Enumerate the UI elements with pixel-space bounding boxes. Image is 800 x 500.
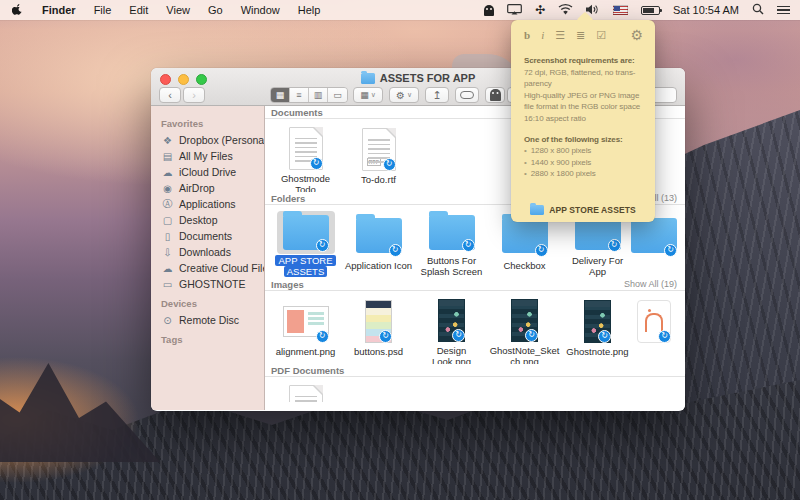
column-view-button[interactable]: ▥	[309, 88, 328, 102]
all-my-files-icon: ▤	[161, 151, 174, 162]
file-application-icon[interactable]: ↻Application Icon	[342, 211, 415, 278]
sidebar-item-dropbox-personal-[interactable]: ❖Dropbox (Personal)	[151, 132, 264, 148]
wifi-icon[interactable]	[558, 4, 573, 17]
sidebar-item-all-my-files[interactable]: ▤All My Files	[151, 148, 264, 164]
sync-badge-icon: ↻	[452, 329, 465, 342]
menu-window[interactable]: Window	[232, 0, 289, 20]
file-label: To-do.rtf	[361, 175, 396, 186]
forward-button[interactable]: ›	[183, 87, 205, 103]
sidebar-item-label: Remote Disc	[179, 314, 239, 326]
menu-file[interactable]: File	[85, 0, 121, 20]
sync-badge-icon: ↻	[525, 329, 538, 342]
sync-badge-icon: ↻	[389, 244, 402, 257]
ghostnote-menubar-icon[interactable]	[484, 5, 494, 16]
sidebar-item-applications[interactable]: ⒶApplications	[151, 196, 264, 212]
menu-edit[interactable]: Edit	[120, 0, 157, 20]
bullet-list-button[interactable]: ☰	[555, 29, 565, 41]
action-button[interactable]: ⚙∨	[389, 87, 419, 103]
sidebar-item-downloads[interactable]: ⇩Downloads	[151, 244, 264, 260]
spotlight-search-icon[interactable]	[752, 3, 764, 17]
menu-go[interactable]: Go	[199, 0, 232, 20]
ghostnote-toolbar-button[interactable]	[485, 87, 505, 103]
numbered-list-button[interactable]: ≣	[576, 29, 585, 41]
file-ghostnote-sketch-png[interactable]: ↻GhostNote_Sketch.png	[488, 297, 561, 364]
sidebar-item-label: AirDrop	[179, 182, 215, 194]
arrange-button[interactable]: ▦∨	[353, 87, 383, 103]
sidebar-item-label: Downloads	[179, 246, 231, 258]
file-ghostnote-png[interactable]: ↻Ghostnote.png	[561, 297, 634, 364]
note-text-line: 16:10 aspect ratio	[524, 113, 647, 125]
file-icon-box: RTF↻	[356, 125, 402, 173]
note-title-1: Screenshot requirements are:	[524, 55, 647, 67]
checklist-button[interactable]: ☑	[596, 29, 606, 41]
file-icon-box: ↻	[631, 297, 677, 345]
file-icon-box: ↻	[359, 297, 398, 345]
section-header-pdf-documents: PDF Documents	[265, 364, 685, 377]
file-label: alignment.png	[276, 347, 336, 358]
menu-view[interactable]: View	[157, 0, 199, 20]
apple-menu-icon[interactable]	[0, 4, 33, 17]
file-partial[interactable]: ↻	[634, 297, 674, 364]
fan-menubar-icon[interactable]: ✣	[535, 4, 545, 16]
section-header-images: ImagesShow All (19)	[265, 278, 685, 291]
file-ghostmode-todo[interactable]: ↻Ghostmode Todo	[269, 125, 342, 192]
sync-badge-icon: ↻	[608, 239, 621, 252]
section-show-all-link[interactable]: Show All (19)	[624, 279, 677, 289]
section-title: PDF Documents	[271, 365, 344, 376]
settings-gear-icon[interactable]: ⚙	[630, 29, 643, 41]
sidebar-item-icloud-drive[interactable]: ☁iCloud Drive	[151, 164, 264, 180]
documents-icon: ▯	[161, 231, 174, 242]
file-label: Buttons For Splash Screen	[417, 256, 487, 278]
folder-proxy-icon	[361, 73, 375, 84]
file-icon-box: ↻	[277, 297, 335, 345]
sidebar-item-documents[interactable]: ▯Documents	[151, 228, 264, 244]
file-icon-box: ↻	[350, 211, 408, 259]
file-to-do-rtf[interactable]: RTF↻To-do.rtf	[342, 125, 415, 192]
list-view-button[interactable]: ≡	[290, 88, 309, 102]
popover-attachment[interactable]: APP STORE ASSETS	[511, 205, 655, 215]
battery-icon[interactable]	[641, 6, 660, 15]
file-design-look-png[interactable]: ↻Design Look.png	[415, 297, 488, 364]
file-label: GhostNote_Sketch.png	[490, 346, 560, 364]
note-text-line: file format in the RGB color space	[524, 101, 647, 113]
file-label: Application Icon	[345, 261, 412, 272]
sidebar-item-desktop[interactable]: ▢Desktop	[151, 212, 264, 228]
italic-button[interactable]: i	[541, 29, 544, 41]
file-label: Design Look.png	[417, 346, 487, 364]
menu-help[interactable]: Help	[289, 0, 330, 20]
keyboard-flag-icon[interactable]	[613, 5, 628, 15]
sidebar-item-airdrop[interactable]: ◉AirDrop	[151, 180, 264, 196]
note-body[interactable]: Screenshot requirements are: 72 dpi, RGB…	[511, 45, 655, 180]
dropbox-icon: ❖	[161, 135, 174, 146]
icon-view-button[interactable]: ▦	[271, 88, 290, 102]
tags-button[interactable]	[455, 87, 479, 103]
file-thumbnail-icon	[289, 385, 323, 402]
share-button[interactable]: ↥	[425, 87, 449, 103]
window-title-text: ASSETS FOR APP	[380, 72, 476, 84]
sidebar-item-creative-cloud-files[interactable]: ☁Creative Cloud Files	[151, 260, 264, 276]
airplay-display-icon[interactable]	[507, 4, 522, 17]
menubar-clock[interactable]: Sat 10:54 AM	[673, 4, 739, 16]
file-icon-box	[283, 383, 329, 402]
bold-button[interactable]: b	[524, 29, 530, 41]
file-alignment-png[interactable]: ↻alignment.png	[269, 297, 342, 364]
sidebar-item-ghostnote[interactable]: ▭GHOSTNOTE	[151, 276, 264, 292]
file-partial[interactable]	[269, 383, 342, 402]
note-paragraph-1: 72 dpi, RGB, flattened, no trans-parency…	[524, 67, 647, 125]
creative-cloud-icon: ☁	[161, 263, 174, 274]
sidebar-item-label: Desktop	[179, 214, 218, 226]
notification-center-icon[interactable]	[777, 6, 790, 15]
file-buttons-psd[interactable]: ↻buttons.psd	[342, 297, 415, 364]
menu-finder[interactable]: Finder	[33, 0, 85, 20]
file-buttons-for-splash-screen[interactable]: ↻Buttons For Splash Screen	[415, 211, 488, 278]
sidebar-item-remote-disc[interactable]: ⊙Remote Disc	[151, 312, 264, 328]
sync-badge-icon: ↻	[316, 330, 329, 343]
ghost-icon	[490, 89, 501, 101]
file-label: APP STORE ASSETS	[271, 256, 341, 278]
attached-folder-icon	[530, 205, 544, 215]
file-label: Delivery For App	[563, 256, 633, 278]
back-button[interactable]: ‹	[159, 87, 181, 103]
note-bullet-item: •2880 x 1800 pixels	[524, 168, 647, 180]
file-app-store-assets[interactable]: ↻APP STORE ASSETS	[269, 211, 342, 278]
coverflow-view-button[interactable]: ▭	[328, 88, 347, 102]
